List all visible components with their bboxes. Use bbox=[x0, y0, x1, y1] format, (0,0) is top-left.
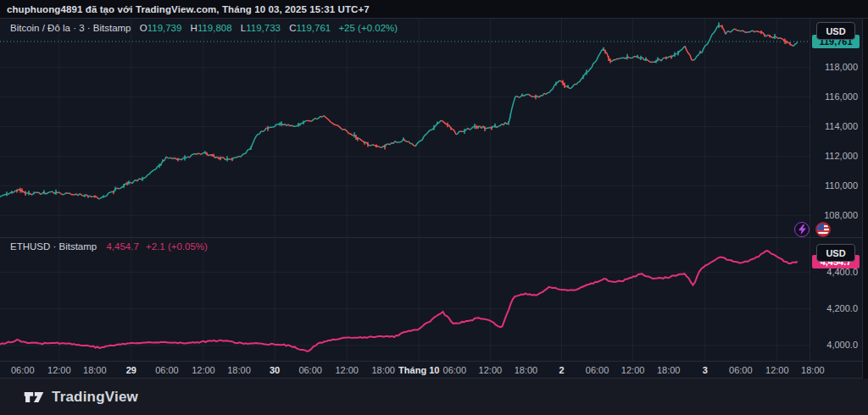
tradingview-brand-text[interactable]: TradingView bbox=[52, 389, 138, 406]
eth-symbol-title: ETHUSD · Bitstamp bbox=[10, 241, 97, 252]
x-axis-label: 18:00 bbox=[515, 365, 538, 375]
x-axis-label: 3 bbox=[703, 365, 708, 375]
lightning-boost-icon[interactable] bbox=[794, 222, 810, 237]
btc-symbol-title: Bitcoin / Đô la · 3 · Bitstamp bbox=[10, 23, 131, 33]
lightning-bolt-glyph bbox=[798, 224, 807, 235]
flag-canton bbox=[817, 224, 824, 230]
x-axis-label: 18:00 bbox=[371, 365, 395, 375]
x-axis-label: 12:00 bbox=[192, 365, 215, 375]
btc-currency-button[interactable]: USD bbox=[816, 22, 855, 40]
price-axis[interactable]: USD USD 108,000110,000112,000114,000116,… bbox=[810, 19, 862, 361]
x-axis-label: 06:00 bbox=[729, 365, 753, 375]
btc-open-label: O bbox=[140, 23, 147, 33]
eth-legend: ETHUSD · Bitstamp 4,454.7 +2.1 (+0.05%) bbox=[10, 241, 208, 252]
y-axis-label: 110,000 bbox=[825, 180, 858, 191]
footer-bar: TradingView bbox=[0, 379, 868, 415]
tradingview-logo[interactable] bbox=[23, 388, 45, 407]
btc-low-value: 119,733 bbox=[246, 23, 281, 33]
x-axis-label: 12:00 bbox=[765, 365, 789, 375]
y-axis-label: 112,000 bbox=[825, 151, 858, 162]
x-axis-label: 06:00 bbox=[11, 365, 35, 375]
btcusd-plot[interactable] bbox=[0, 19, 810, 237]
btc-open-value: 119,739 bbox=[147, 23, 182, 33]
btc-high-value: 119,808 bbox=[198, 23, 232, 33]
x-axis-label: 06:00 bbox=[443, 365, 467, 375]
y-axis-label: 114,000 bbox=[825, 121, 858, 132]
eth-price-value: 4,454.7 bbox=[106, 241, 138, 252]
y-axis-label: 116,000 bbox=[825, 91, 858, 102]
btc-legend: Bitcoin / Đô la · 3 · Bitstamp O119,739 … bbox=[10, 23, 398, 33]
btc-change: +25 (+0.02%) bbox=[338, 23, 398, 33]
x-axis-label: 18:00 bbox=[801, 365, 825, 375]
attribution-bar: chuphuong4891 đã tạo với TradingView.com… bbox=[0, 0, 868, 19]
x-axis-label: 18:00 bbox=[657, 365, 681, 375]
x-axis-label: 06:00 bbox=[586, 365, 609, 375]
eth-change: +2.1 (+0.05%) bbox=[146, 241, 208, 252]
x-axis-label: 29 bbox=[126, 365, 136, 375]
y-axis-label: 4,000.0 bbox=[826, 340, 858, 351]
ethusd-plot[interactable] bbox=[0, 238, 810, 361]
attribution-text: chuphuong4891 đã tạo với TradingView.com… bbox=[7, 4, 370, 14]
x-axis-label: Tháng 10 bbox=[398, 365, 439, 375]
x-axis-label: 06:00 bbox=[155, 365, 179, 375]
x-axis-label: 12:00 bbox=[47, 365, 71, 375]
y-axis-label: 4,200.0 bbox=[826, 303, 858, 314]
x-axis-label: 2 bbox=[559, 365, 564, 375]
us-flag-icon[interactable] bbox=[815, 222, 831, 237]
eth-currency-button[interactable]: USD bbox=[816, 244, 855, 262]
x-axis-label: 12:00 bbox=[335, 365, 359, 375]
x-axis-label: 18:00 bbox=[83, 365, 107, 375]
btc-high-label: H bbox=[191, 23, 198, 33]
y-axis-label: 108,000 bbox=[824, 210, 858, 221]
y-axis-label: 118,000 bbox=[825, 62, 858, 73]
x-axis-label: 12:00 bbox=[479, 365, 503, 375]
eth-pane[interactable]: ETHUSD · Bitstamp 4,454.7 +2.1 (+0.05%) bbox=[0, 238, 810, 361]
x-axis-label: 06:00 bbox=[298, 365, 322, 375]
btc-pane[interactable]: Bitcoin / Đô la · 3 · Bitstamp O119,739 … bbox=[0, 19, 810, 237]
time-axis[interactable]: 06:0012:0018:002906:0012:0018:003006:001… bbox=[0, 361, 863, 379]
x-axis-label: 18:00 bbox=[227, 365, 251, 375]
x-axis-label: 30 bbox=[270, 365, 280, 375]
chart-widget: Bitcoin / Đô la · 3 · Bitstamp O119,739 … bbox=[0, 19, 863, 379]
tradingview-logo-icon bbox=[23, 388, 45, 407]
btc-close-value: 119,761 bbox=[296, 23, 331, 33]
x-axis-label: 12:00 bbox=[621, 365, 645, 375]
